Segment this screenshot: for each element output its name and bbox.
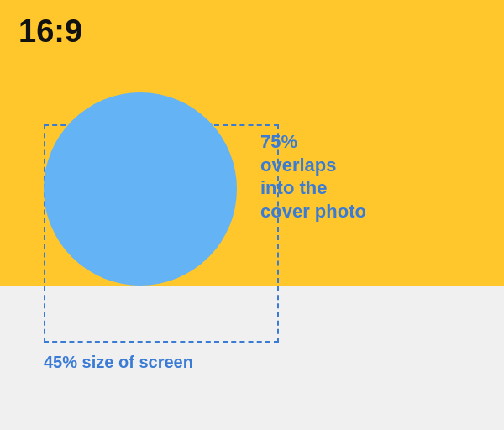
overlap-annotation: 75% overlaps into the cover photo <box>260 130 366 223</box>
overlap-line3: into the <box>260 176 366 200</box>
size-annotation: 45% size of screen <box>44 353 193 372</box>
overlap-line4: cover photo <box>260 200 366 223</box>
overlap-line2: overlaps <box>260 154 366 177</box>
aspect-ratio-label: 16:9 <box>18 15 82 47</box>
profile-avatar-circle <box>44 92 237 286</box>
overlap-line1: 75% <box>260 130 366 154</box>
